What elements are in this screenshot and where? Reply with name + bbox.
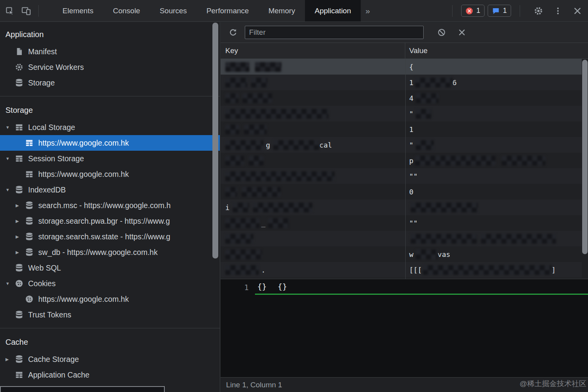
- issues-badge[interactable]: 1: [488, 5, 511, 17]
- column-divider[interactable]: [405, 59, 406, 279]
- sidebar-item-service-workers[interactable]: Service Workers: [0, 59, 220, 75]
- sidebar-item-https-www-google-com-hk[interactable]: https://www.google.com.hk: [0, 135, 220, 151]
- sidebar-item-storage-search-sw-state-https-www-g[interactable]: ▶storage.search.sw.state - https://www.g: [0, 229, 220, 244]
- value-header-label: Value: [409, 46, 428, 55]
- redacted-block: [225, 187, 237, 197]
- tab-elements[interactable]: Elements: [53, 0, 103, 21]
- chevron-down-icon[interactable]: ▼: [5, 187, 15, 192]
- sidebar-item-label: storage.search.sw.state - https://www.g: [38, 232, 220, 241]
- table-row[interactable]: gcal": [221, 137, 582, 153]
- inspect-element-icon[interactable]: [3, 4, 16, 18]
- sidebar-item-https-www-google-com-hk[interactable]: https://www.google.com.hk: [0, 291, 220, 307]
- sidebar-section-title-storage: Storage: [0, 96, 220, 119]
- sidebar-item-trust-tokens[interactable]: Trust Tokens: [0, 307, 220, 323]
- table-scrollbar[interactable]: [582, 59, 588, 279]
- table-scrollbar-thumb[interactable]: [582, 60, 588, 254]
- tab-memory[interactable]: Memory: [258, 0, 305, 21]
- table-row[interactable]: p: [221, 153, 582, 168]
- gear-icon: [15, 63, 23, 71]
- tab-console[interactable]: Console: [103, 0, 150, 21]
- cell-text-fragment: {: [409, 63, 413, 71]
- chevron-right-icon[interactable]: ▶: [16, 234, 25, 239]
- value-cell: "": [405, 215, 582, 231]
- devtools-window: ElementsConsoleSourcesPerformanceMemoryA…: [0, 0, 588, 392]
- cookie-icon: [15, 279, 23, 288]
- table-row[interactable]: 1: [221, 121, 582, 137]
- cell-text-fragment: p: [409, 157, 413, 165]
- device-toolbar-icon[interactable]: [20, 4, 33, 18]
- table-row[interactable]: 16: [221, 75, 582, 90]
- redacted-block: [481, 234, 556, 244]
- redacted-block: [249, 156, 264, 166]
- key-cell: [221, 184, 405, 200]
- settings-gear-icon[interactable]: [532, 4, 545, 18]
- chevron-right-icon[interactable]: ▶: [16, 203, 25, 208]
- tab-application[interactable]: Application: [305, 0, 361, 21]
- redacted-block: [233, 203, 249, 212]
- table-row[interactable]: ": [221, 106, 582, 121]
- storage-table: {164"1gcal"p""0i_""wvas.[[[]: [221, 59, 588, 279]
- table-row[interactable]: _"": [221, 215, 582, 231]
- tab-performance[interactable]: Performance: [197, 0, 259, 21]
- table-icon: [25, 170, 34, 178]
- cell-text-fragment: cal: [319, 141, 332, 149]
- redacted-block: [225, 171, 335, 181]
- table-row[interactable]: 0: [221, 184, 582, 200]
- sidebar-item-application-cache[interactable]: Application Cache: [0, 367, 220, 383]
- close-devtools-icon[interactable]: [571, 4, 584, 18]
- topbar-right-controls: 1 1: [447, 4, 584, 18]
- cell-text-fragment: w: [409, 250, 413, 258]
- key-cell: .: [221, 262, 405, 278]
- sidebar-item-https-www-google-com-hk[interactable]: https://www.google.com.hk: [0, 166, 220, 182]
- sidebar-item-session-storage[interactable]: ▼Session Storage: [0, 151, 220, 166]
- sidebar-item-sw-db-https-www-google-com-hk[interactable]: ▶sw_db - https://www.google.com.hk: [0, 244, 220, 260]
- database-icon: [25, 248, 34, 257]
- table-row[interactable]: i: [221, 200, 582, 215]
- more-tabs-button[interactable]: »: [361, 6, 375, 16]
- code-area[interactable]: {} {}: [255, 279, 588, 377]
- sidebar-item-label: Storage: [28, 78, 220, 87]
- sidebar-item-label: Cache Storage: [28, 355, 220, 364]
- sidebar-item-manifest[interactable]: Manifest: [0, 44, 220, 59]
- chevron-down-icon[interactable]: ▼: [5, 281, 15, 286]
- value-cell: p: [405, 153, 582, 168]
- table-row[interactable]: "": [221, 168, 582, 184]
- sidebar-item-storage[interactable]: Storage: [0, 75, 220, 91]
- chevron-right-icon[interactable]: ▶: [16, 219, 25, 224]
- sidebar-item-label: Web SQL: [28, 264, 220, 273]
- table-row[interactable]: [221, 231, 582, 246]
- tab-sources[interactable]: Sources: [150, 0, 197, 21]
- cell-text-fragment: ": [409, 141, 413, 149]
- sidebar-item-local-storage[interactable]: ▼Local Storage: [0, 119, 220, 135]
- table-row[interactable]: 4: [221, 90, 582, 106]
- value-cell: ": [405, 106, 582, 121]
- sidebar-item-cache-storage[interactable]: ▶Cache Storage: [0, 351, 220, 367]
- table-row[interactable]: {: [221, 59, 582, 75]
- devtools-tab-bar: ElementsConsoleSourcesPerformanceMemoryA…: [0, 0, 588, 22]
- clear-all-icon[interactable]: [435, 25, 449, 39]
- chevron-right-icon[interactable]: ▶: [5, 357, 15, 362]
- sidebar-item-storage-search-pwa-bgr-https-www-g[interactable]: ▶storage.search.pwa.bgr - https://www.g: [0, 213, 220, 229]
- key-cell: [221, 90, 405, 106]
- sidebar-item-cookies[interactable]: ▼Cookies: [0, 276, 220, 291]
- error-badge[interactable]: 1: [461, 5, 485, 17]
- kebab-menu-icon[interactable]: [551, 4, 565, 18]
- delete-selected-icon[interactable]: [455, 25, 469, 39]
- key-cell: [221, 231, 405, 246]
- sidebar-item-indexeddb[interactable]: ▼IndexedDB: [0, 182, 220, 198]
- chevron-down-icon[interactable]: ▼: [5, 125, 15, 130]
- value-cell: 1: [405, 121, 582, 137]
- database-icon: [15, 355, 23, 363]
- chevron-down-icon[interactable]: ▼: [5, 156, 15, 161]
- sidebar-item-web-sql[interactable]: Web SQL: [0, 260, 220, 276]
- sidebar-scrollbar-thumb[interactable]: [212, 23, 218, 258]
- column-header-value[interactable]: Value: [405, 43, 588, 59]
- column-header-key[interactable]: Key: [221, 43, 405, 59]
- code-line-1: {} {}: [255, 279, 588, 295]
- chevron-right-icon[interactable]: ▶: [16, 250, 25, 255]
- sidebar-item-search-msc-https-www-google-com-h[interactable]: ▶search.msc - https://www.google.com.h: [0, 198, 220, 213]
- filter-input[interactable]: [245, 26, 424, 39]
- table-row[interactable]: wvas: [221, 246, 582, 262]
- table-row[interactable]: .[[[]: [221, 262, 582, 278]
- refresh-icon[interactable]: [226, 25, 240, 39]
